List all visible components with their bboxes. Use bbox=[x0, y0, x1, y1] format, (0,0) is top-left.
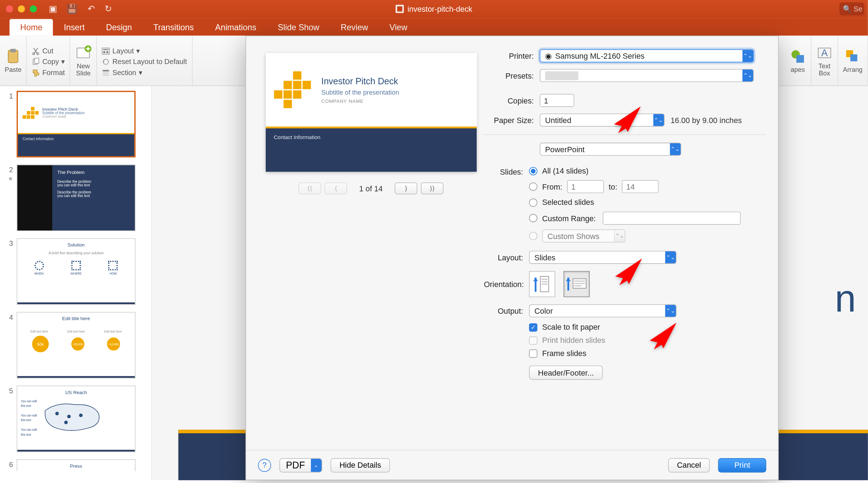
last-page-button[interactable]: ⟩⟩ bbox=[421, 182, 443, 194]
titlebar: ▣ 💾 ↶ ↻ investor-pitch-deck 🔍 Se bbox=[0, 0, 868, 18]
printer-label: Printer: bbox=[484, 52, 534, 60]
window-controls bbox=[0, 5, 37, 12]
format-painter-button[interactable]: Format bbox=[32, 68, 65, 77]
slides-custom-range-radio[interactable] bbox=[529, 214, 537, 222]
maximize-window-button[interactable] bbox=[30, 5, 37, 12]
printer-status-icon: ◉ bbox=[545, 52, 551, 60]
paste-icon[interactable] bbox=[5, 48, 21, 65]
redo-icon[interactable]: ↻ bbox=[105, 4, 112, 14]
slides-all-radio[interactable] bbox=[529, 167, 537, 175]
undo-icon[interactable]: ↶ bbox=[88, 4, 95, 14]
annotation-arrow-icon bbox=[605, 104, 647, 139]
print-hidden-checkbox bbox=[529, 336, 537, 344]
tab-animations[interactable]: Animations bbox=[205, 19, 267, 36]
tab-transitions[interactable]: Transitions bbox=[143, 19, 205, 36]
section-dropdown[interactable]: Section ▾ bbox=[102, 68, 142, 77]
slide-thumbnail-panel[interactable]: 1 Investor Pitch DeckSubtitle of the pre… bbox=[0, 86, 152, 480]
new-slide-label: New Slide bbox=[76, 62, 91, 76]
search-input[interactable]: 🔍 Se bbox=[839, 2, 864, 16]
textbox-label: Text Box bbox=[819, 62, 831, 76]
tab-insert[interactable]: Insert bbox=[53, 19, 95, 36]
thumb-number: 3 bbox=[2, 238, 13, 305]
slides-from-radio[interactable] bbox=[529, 182, 537, 191]
header-footer-button[interactable]: Header/Footer... bbox=[529, 366, 603, 380]
thumb-number: 6 bbox=[2, 460, 13, 471]
svg-rect-17 bbox=[103, 75, 109, 76]
svg-rect-34 bbox=[574, 283, 585, 284]
prev-page-button[interactable]: ⟨ bbox=[325, 182, 347, 194]
svg-rect-3 bbox=[10, 49, 16, 52]
shapes-label: apes bbox=[790, 66, 805, 73]
svg-rect-16 bbox=[103, 73, 109, 74]
slide-thumbnail[interactable]: US Reach You can editthis textYou can ed… bbox=[17, 386, 136, 452]
scale-to-fit-checkbox[interactable]: ✓ bbox=[529, 323, 537, 331]
save-icon[interactable]: 💾 bbox=[67, 4, 78, 14]
copies-input[interactable] bbox=[540, 94, 574, 107]
presets-select[interactable]: xxx⌃⌄ bbox=[540, 69, 754, 82]
first-page-button[interactable]: ⟨⟨ bbox=[298, 182, 321, 194]
frame-slides-checkbox[interactable] bbox=[529, 349, 537, 357]
pdf-dropdown[interactable]: PDF⌄ bbox=[279, 458, 322, 472]
copies-label: Copies: bbox=[484, 96, 534, 105]
slides-label: Slides: bbox=[484, 166, 523, 176]
textbox-icon[interactable]: A bbox=[816, 44, 833, 61]
thumb-number: 1 bbox=[2, 91, 13, 158]
sidebar-toggle-icon[interactable]: ▣ bbox=[49, 4, 57, 14]
document-title: investor-pitch-deck bbox=[396, 5, 472, 14]
svg-rect-35 bbox=[574, 285, 581, 286]
orientation-landscape-button[interactable] bbox=[563, 271, 590, 297]
annotation-arrow-icon bbox=[606, 256, 648, 291]
next-page-button[interactable]: ⟩ bbox=[395, 182, 417, 194]
svg-point-26 bbox=[79, 414, 83, 417]
paper-size-label: Paper Size: bbox=[484, 116, 534, 124]
svg-rect-11 bbox=[103, 49, 108, 50]
slide-thumbnail[interactable]: The ProblemDescribe the problem you can … bbox=[17, 165, 136, 231]
to-input[interactable] bbox=[622, 180, 659, 193]
application-select[interactable]: PowerPoint⌃⌄ bbox=[540, 143, 681, 156]
printer-select[interactable]: ◉ Samsung ML-2160 Series⌃⌄ bbox=[540, 49, 754, 63]
tab-design[interactable]: Design bbox=[95, 19, 143, 36]
close-window-button[interactable] bbox=[6, 5, 13, 12]
print-preview: Investor Pitch Deck Subtitle of the pres… bbox=[265, 53, 476, 172]
from-input[interactable] bbox=[567, 180, 604, 193]
slide-thumbnail[interactable]: Press bbox=[17, 460, 136, 471]
paper-dimensions: 16.00 by 9.00 inches bbox=[671, 116, 742, 124]
reset-layout-button[interactable]: Reset Layout to Default bbox=[102, 57, 187, 67]
layout-dropdown[interactable]: Layout ▾ bbox=[102, 46, 140, 56]
print-button[interactable]: Print bbox=[718, 458, 766, 472]
arrange-icon[interactable] bbox=[845, 48, 861, 65]
new-slide-icon[interactable] bbox=[75, 44, 92, 61]
svg-rect-10 bbox=[102, 48, 109, 54]
orientation-label: Orientation: bbox=[484, 280, 523, 288]
print-dialog: Investor Pitch Deck Subtitle of the pres… bbox=[245, 36, 779, 480]
cut-button[interactable]: Cut bbox=[32, 46, 53, 56]
custom-range-input[interactable] bbox=[603, 212, 741, 225]
slide-thumbnail[interactable]: Edit title here Edit text hereEdit text … bbox=[17, 312, 136, 378]
svg-point-25 bbox=[67, 415, 71, 418]
hide-details-button[interactable]: Hide Details bbox=[330, 458, 390, 472]
cancel-button[interactable]: Cancel bbox=[668, 458, 710, 472]
annotation-arrow-icon bbox=[641, 320, 682, 355]
page-indicator: 1 of 14 bbox=[359, 184, 382, 193]
layout-select[interactable]: Slides⌃⌄ bbox=[529, 251, 676, 264]
help-button[interactable]: ? bbox=[258, 458, 271, 472]
tab-slideshow[interactable]: Slide Show bbox=[267, 19, 330, 36]
paste-label: Paste bbox=[5, 66, 21, 73]
thumb-number: 4 bbox=[2, 312, 13, 378]
svg-point-24 bbox=[55, 412, 59, 415]
minimize-window-button[interactable] bbox=[18, 5, 25, 12]
shapes-icon[interactable] bbox=[789, 48, 806, 65]
slide-thumbnail[interactable]: Solution A brief line describing your so… bbox=[17, 238, 136, 305]
svg-rect-15 bbox=[103, 70, 109, 71]
svg-rect-13 bbox=[106, 51, 108, 53]
layout-label: Layout: bbox=[484, 253, 523, 262]
copy-button[interactable]: Copy ▾ bbox=[32, 57, 65, 67]
slide-thumbnail[interactable]: Investor Pitch DeckSubtitle of the prese… bbox=[17, 91, 136, 158]
slides-selected-radio[interactable] bbox=[529, 198, 537, 206]
svg-rect-19 bbox=[796, 55, 804, 63]
tab-view[interactable]: View bbox=[379, 19, 418, 36]
tab-home[interactable]: Home bbox=[10, 19, 53, 36]
orientation-portrait-button[interactable] bbox=[529, 271, 555, 297]
output-select[interactable]: Color⌃⌄ bbox=[529, 304, 676, 318]
tab-review[interactable]: Review bbox=[330, 19, 379, 36]
